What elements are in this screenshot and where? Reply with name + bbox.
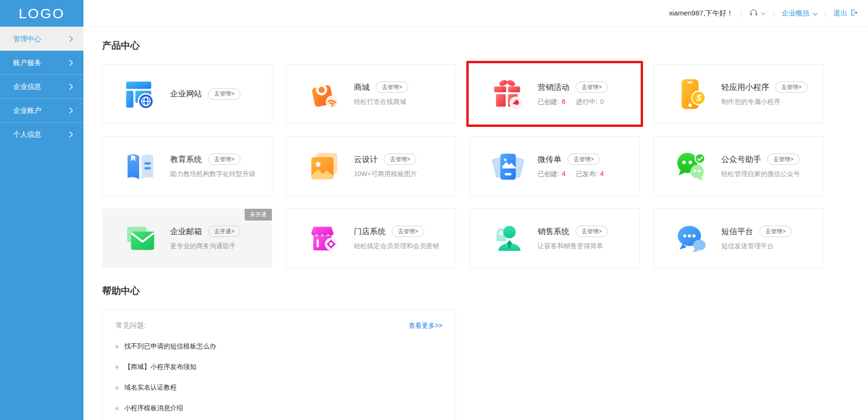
store-icon: [307, 221, 342, 256]
manage-button[interactable]: 去管理>: [208, 88, 240, 100]
manage-button[interactable]: 去管理>: [208, 154, 240, 165]
stat-label: 进行中:: [576, 98, 598, 105]
product-card-marketing[interactable]: 营销活动去管理>已创建:6进行中:0: [470, 64, 640, 124]
app-logo: LOGO: [0, 0, 83, 27]
product-name: 企业邮箱: [170, 226, 202, 237]
sidebar-item-label: 账户服务: [13, 59, 41, 67]
main-content: 产品中心 企业网站去管理>商城去管理>轻松打造在线商城营销活动去管理>已创建:6…: [83, 27, 868, 420]
product-name: 公众号助手: [721, 154, 761, 165]
sidebar-item-enterprise-info[interactable]: 企业信息: [0, 74, 83, 98]
product-card-website[interactable]: 企业网站去管理>: [102, 64, 272, 124]
product-card-miniapp[interactable]: S轻应用小程序去管理>制作您的专属小程序: [653, 64, 823, 124]
sales-icon: [491, 221, 525, 256]
sidebar-item-enterprise-account[interactable]: 企业账户: [0, 98, 83, 122]
divider: |: [773, 10, 774, 17]
faq-item-text: 域名实名认证教程: [124, 383, 177, 392]
product-desc: 让获客和销售变得简单: [538, 242, 608, 251]
product-name: 微传单: [538, 154, 561, 165]
faq-label: 常见问题:: [116, 321, 146, 330]
product-desc: 10W+可商用模板图片: [354, 170, 417, 178]
stat-value: 4: [562, 170, 566, 177]
stat-value: 4: [600, 170, 604, 177]
flyer-icon: [491, 149, 525, 184]
bullet-dot: [116, 366, 118, 368]
manage-button[interactable]: 去管理>: [759, 226, 792, 237]
stat-label: 已创建:: [538, 170, 559, 177]
top-bar: xiamen987,下午好！ | | 企业概括 | 退出: [83, 0, 868, 27]
manage-button[interactable]: 去管理>: [392, 226, 424, 237]
stat-label: 已创建:: [538, 98, 559, 105]
product-card-wechat-assistant[interactable]: 公众号助手去管理>轻松管理自家的微信公众号: [653, 136, 823, 196]
chevron-right-icon: [69, 107, 73, 114]
help-box: 常见问题: 查看更多>> 找不到已申请的短信模板怎么办【商城】小程序发布须知域名…: [102, 309, 456, 420]
bullet-dot: [116, 387, 118, 389]
bullet-dot: [116, 346, 118, 348]
view-more-link[interactable]: 查看更多>>: [409, 322, 442, 330]
product-card-flyer[interactable]: 微传单去管理>已创建:4已发布:4: [470, 136, 640, 196]
support-menu[interactable]: [749, 8, 766, 18]
logout-link[interactable]: 退出: [833, 9, 858, 18]
sidebar-item-account-service[interactable]: 账户服务: [0, 51, 83, 74]
faq-item-text: 小程序模板消息介绍: [124, 404, 183, 413]
manage-button[interactable]: 去管理>: [376, 81, 408, 93]
mail-icon: [123, 221, 158, 256]
product-card-education[interactable]: 教育系统去管理>助力教培机构数字化转型升级: [102, 136, 272, 196]
sidebar: LOGO 管理中心账户服务企业信息企业账户个人信息: [0, 0, 83, 420]
manage-button[interactable]: 去管理>: [576, 81, 608, 93]
divider: |: [825, 10, 826, 17]
enterprise-overview-label: 企业概括: [782, 9, 810, 18]
divider: |: [741, 10, 742, 17]
not-activated-badge: 未开通: [245, 209, 272, 221]
product-card-sms-platform[interactable]: 短信平台去管理>短信发送管理平台: [653, 208, 823, 268]
manage-button[interactable]: 去管理>: [775, 81, 808, 93]
miniapp-icon: S: [674, 77, 709, 111]
manage-button[interactable]: 去管理>: [384, 154, 416, 165]
stat-value: 6: [562, 98, 566, 105]
enterprise-overview-link[interactable]: 企业概括: [782, 9, 818, 18]
mall-icon: [307, 77, 342, 111]
svg-text:S: S: [696, 93, 702, 103]
product-desc: 更专业的商务沟通助手: [170, 242, 240, 251]
product-card-store-system[interactable]: 门店系统去管理>轻松搞定会员管理和会员营销: [286, 208, 456, 268]
logout-label: 退出: [833, 9, 847, 18]
sidebar-item-personal-info[interactable]: 个人信息: [0, 122, 83, 146]
faq-item[interactable]: 域名实名认证教程: [116, 383, 442, 392]
faq-list: 找不到已申请的短信模板怎么办【商城】小程序发布须知域名实名认证教程小程序模板消息…: [116, 342, 442, 420]
product-desc: 短信发送管理平台: [721, 242, 792, 251]
open-button[interactable]: 去开通>: [208, 226, 240, 237]
product-card-enterprise-mail[interactable]: 企业邮箱去开通>更专业的商务沟通助手未开通: [102, 208, 272, 268]
stat-label: 已发布:: [576, 170, 598, 177]
product-desc: 轻松打造在线商城: [354, 98, 408, 106]
product-name: 短信平台: [721, 226, 753, 237]
products-section-title: 产品中心: [102, 39, 868, 52]
product-name: 轻应用小程序: [721, 82, 769, 93]
cloud-design-icon: [307, 149, 342, 184]
product-desc: 制作您的专属小程序: [721, 98, 808, 106]
manage-button[interactable]: 去管理>: [576, 226, 608, 237]
marketing-icon: [491, 77, 525, 111]
chevron-right-icon: [69, 83, 73, 90]
faq-item[interactable]: 小程序模板消息介绍: [116, 404, 442, 413]
product-card-cloud-design[interactable]: 云设计去管理>10W+可商用模板图片: [286, 136, 456, 196]
sidebar-item-label: 管理中心: [13, 35, 41, 44]
product-desc: 助力教培机构数字化转型升级: [170, 170, 255, 178]
product-grid: 企业网站去管理>商城去管理>轻松打造在线商城营销活动去管理>已创建:6进行中:0…: [102, 64, 868, 268]
product-name: 销售系统: [538, 226, 569, 237]
sidebar-item-label: 个人信息: [13, 130, 41, 139]
product-name: 教育系统: [170, 154, 202, 165]
chevron-right-icon: [69, 59, 73, 66]
product-desc: 轻松管理自家的微信公众号: [721, 170, 800, 178]
logout-icon: [850, 9, 858, 18]
faq-item[interactable]: 【商城】小程序发布须知: [116, 363, 442, 371]
product-card-sales-system[interactable]: 销售系统去管理>让获客和销售变得简单: [470, 208, 640, 268]
product-card-mall[interactable]: 商城去管理>轻松打造在线商城: [286, 64, 456, 124]
sidebar-item-management-center[interactable]: 管理中心: [0, 27, 83, 51]
wechat-icon: [674, 149, 709, 184]
faq-item-text: 【商城】小程序发布须知: [124, 363, 196, 371]
sidebar-item-label: 企业信息: [13, 82, 41, 91]
manage-button[interactable]: 去管理>: [767, 154, 800, 165]
faq-item[interactable]: 找不到已申请的短信模板怎么办: [116, 342, 442, 351]
product-desc: 轻松搞定会员管理和会员营销: [354, 242, 439, 251]
manage-button[interactable]: 去管理>: [568, 154, 600, 165]
sidebar-menu: 管理中心账户服务企业信息企业账户个人信息: [0, 27, 83, 146]
